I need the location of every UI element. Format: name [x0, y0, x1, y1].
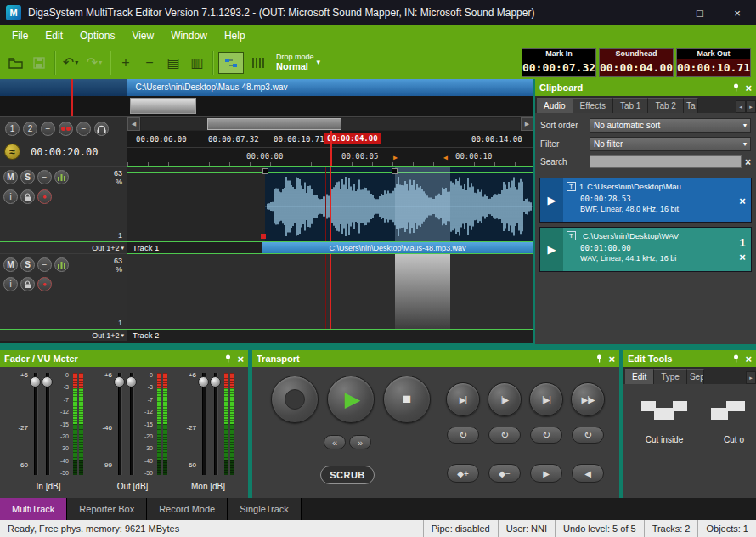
loop-button[interactable]: ↻ [447, 427, 479, 444]
track1-mute-button[interactable]: M [3, 170, 18, 184]
clipboard-entry[interactable]: ▶ T 1 C:\Users\nin\Desktop\Mau 00:00:28.… [539, 178, 752, 223]
comb-filter-button[interactable] [247, 52, 268, 74]
overview-bar[interactable]: C:\Users\nin\Desktop\Maus-48.mp3.wav [0, 79, 533, 96]
playhead-line[interactable] [330, 131, 332, 166]
track2-solo-button[interactable]: S [20, 257, 35, 272]
step-forward-button[interactable]: ▶ [530, 464, 562, 483]
track2-output-selector[interactable]: Out 1+2 ▾ [0, 330, 127, 341]
menu-view[interactable]: View [123, 25, 162, 46]
channel-2-button[interactable]: 2 [23, 122, 37, 136]
clipboard-tab-2[interactable]: Tab 2 [648, 98, 683, 113]
entry-play-button[interactable]: ▶ [540, 228, 563, 271]
mode-tab-multitrack[interactable]: MultiTrack [0, 498, 67, 520]
insert-object-button[interactable]: ▤ [163, 52, 183, 74]
redo-button[interactable]: ↷▾ [84, 52, 104, 74]
stereo-link-button[interactable] [59, 122, 73, 136]
track1-minus-button[interactable]: − [37, 170, 52, 184]
remove-marker-button[interactable]: ◆− [488, 464, 521, 483]
edit-marker[interactable] [262, 168, 268, 174]
edit-tools-tab-edit[interactable]: Edit [625, 369, 654, 384]
clipboard-entry[interactable]: ▶ T C:\Users\nin\Desktop\WAV 00:01:00.00… [539, 227, 752, 272]
undo-button[interactable]: ↶▾ [60, 52, 81, 74]
play-button[interactable]: ▶ [327, 376, 375, 423]
mark-in-flag[interactable]: ▶ [393, 154, 398, 161]
open-file-button[interactable] [5, 52, 25, 74]
add-button[interactable]: + [116, 52, 136, 74]
fader-slider[interactable] [114, 371, 126, 478]
entry-play-button[interactable]: ▶ [540, 178, 563, 222]
track1-output-selector[interactable]: Out 1+2 ▾ [0, 242, 127, 253]
remove-button[interactable]: − [139, 52, 160, 74]
minimize-button[interactable]: — [644, 0, 681, 25]
menu-edit[interactable]: Edit [37, 25, 71, 46]
track2-meter-button[interactable] [54, 257, 69, 272]
fader-knob[interactable] [42, 376, 53, 387]
clipboard-close-button[interactable]: × [745, 82, 752, 93]
menu-window[interactable]: Window [162, 25, 216, 46]
pin-icon[interactable] [595, 354, 603, 363]
edit-tools-tab-type[interactable]: Type [654, 369, 687, 384]
overview-playhead[interactable] [71, 79, 73, 116]
clipboard-tab-1[interactable]: Tab 1 [613, 98, 648, 113]
play-selection-button[interactable]: |▶| [529, 382, 563, 416]
fader-knob[interactable] [126, 376, 137, 387]
routing-button[interactable] [218, 52, 244, 74]
play-from-mark-button[interactable]: |▶ [488, 382, 522, 416]
step-back-button[interactable]: ◀ [572, 464, 604, 483]
track1-file-label[interactable]: C:\Users\nin\Desktop\Maus-48.mp3.wav [262, 242, 533, 253]
clip-start-marker[interactable] [261, 234, 266, 239]
track2-waveform-area[interactable] [127, 253, 533, 329]
fader-slider[interactable] [30, 371, 42, 478]
forward-button[interactable]: » [349, 435, 371, 449]
fader-slider[interactable] [210, 371, 222, 478]
fader-knob[interactable] [210, 376, 221, 387]
scroll-left-button[interactable]: ◀ [127, 117, 140, 131]
pin-icon[interactable] [224, 354, 232, 363]
loop-button[interactable]: ↻ [530, 427, 562, 444]
entry-remove-button[interactable]: × [739, 251, 746, 263]
track1-name[interactable]: Track 1 [127, 242, 262, 253]
mark-out-flag[interactable]: ◀ [443, 154, 448, 161]
record-button[interactable] [271, 376, 319, 423]
fader-knob[interactable] [30, 376, 41, 387]
search-clear-button[interactable]: × [745, 156, 751, 168]
track1-lock-button[interactable] [20, 189, 35, 204]
track2-minus-button[interactable]: − [37, 257, 52, 272]
mode-tab-singletrack[interactable]: SingleTrack [228, 498, 302, 520]
track2-record-button[interactable]: ● [37, 277, 52, 291]
menu-options[interactable]: Options [71, 25, 123, 46]
monitor-button[interactable] [94, 122, 109, 136]
fader-slider[interactable] [42, 371, 54, 478]
fader-knob[interactable] [198, 376, 209, 387]
track1-solo-button[interactable]: S [20, 170, 35, 184]
mode-tab-reporter-box[interactable]: Reporter Box [67, 498, 147, 520]
clipboard-tab-audio[interactable]: Audio [537, 98, 573, 113]
mode-tab-record-mode[interactable]: Record Mode [147, 498, 228, 520]
track2-name[interactable]: Track 2 [127, 330, 262, 341]
channel-1-button[interactable]: 1 [5, 122, 20, 136]
scrollbar-track[interactable] [141, 118, 520, 130]
track2-info-button[interactable]: i [3, 277, 18, 291]
playhead-line[interactable] [330, 254, 331, 329]
edit-tools-tab-separate[interactable]: Sepa [687, 369, 704, 384]
soundhead-marker[interactable]: 00:00:04.00 [324, 133, 381, 144]
loop-button[interactable]: ↻ [572, 427, 604, 444]
sort-order-select[interactable]: No automatic sort ▾ [590, 118, 751, 133]
save-button[interactable] [29, 52, 49, 74]
scroll-right-button[interactable]: ▶ [521, 117, 533, 131]
pin-icon[interactable] [732, 83, 740, 92]
menu-file[interactable]: File [3, 25, 37, 46]
clipboard-tab-3[interactable]: Ta [684, 98, 699, 113]
edit-tools-close-button[interactable]: × [745, 353, 752, 365]
tab-scroll-right-icon[interactable]: ▸ [746, 100, 756, 113]
track1-info-button[interactable]: i [3, 189, 18, 204]
track1-meter-button[interactable] [54, 170, 69, 184]
play-to-mark-button[interactable]: ▶| [446, 382, 480, 416]
loop-button[interactable]: ↻ [488, 427, 521, 444]
track1-waveform-area[interactable] [127, 166, 533, 241]
scrollbar-thumb[interactable] [207, 118, 341, 130]
fader-slider[interactable] [126, 371, 138, 478]
entry-remove-button[interactable]: × [739, 195, 746, 207]
drop-mode-dropdown-icon[interactable]: ▾ [317, 58, 321, 67]
redo-dropdown-icon[interactable]: ▾ [99, 59, 102, 66]
